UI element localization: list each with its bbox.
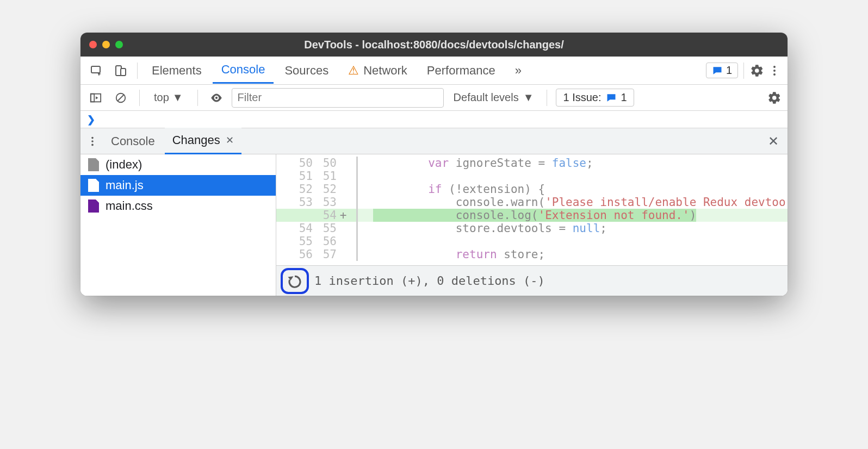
svg-line-9: [118, 95, 124, 101]
prompt-chevron-icon: ❯: [87, 114, 95, 126]
drawer-tab-changes-label: Changes: [172, 133, 220, 147]
code-content: console.warn('Please install/enable Redu…: [358, 196, 788, 209]
minimize-window-button[interactable]: [102, 41, 110, 48]
gutter: 5252: [276, 183, 358, 196]
console-prompt[interactable]: ❯: [80, 111, 788, 128]
changes-workspace: (index)main.jsmain.css 5050 var ignoreSt…: [80, 154, 788, 296]
console-toolbar: top ▼ Default levels ▼ 1 Issue: 1: [80, 85, 788, 111]
svg-point-11: [91, 136, 94, 139]
diff-line: 5353 console.warn('Please install/enable…: [276, 196, 788, 209]
gutter: 5657: [276, 248, 358, 261]
more-tabs-button[interactable]: »: [506, 58, 530, 83]
gutter: 5050: [276, 157, 358, 170]
tab-elements[interactable]: Elements: [143, 58, 210, 83]
close-window-button[interactable]: [89, 41, 97, 48]
code-content: [358, 170, 788, 183]
messages-count: 1: [726, 64, 732, 77]
close-tab-icon[interactable]: ✕: [226, 134, 234, 146]
issues-button[interactable]: 1 Issue: 1: [556, 89, 634, 107]
console-settings-icon[interactable]: [767, 90, 782, 105]
svg-point-12: [91, 140, 94, 142]
gutter: 5455: [276, 222, 358, 235]
zoom-window-button[interactable]: [115, 41, 123, 48]
drawer-kebab-icon[interactable]: [84, 134, 101, 149]
separator: [137, 63, 138, 79]
file-name-label: main.js: [106, 178, 144, 192]
diff-line: 5556: [276, 235, 788, 248]
execution-context-selector[interactable]: top ▼: [148, 89, 189, 106]
diff-line: 5252 if (!extension) {: [276, 183, 788, 196]
file-name-label: (index): [106, 158, 142, 172]
svg-point-4: [773, 70, 776, 72]
diff-line: 5151: [276, 170, 788, 183]
log-levels-selector[interactable]: Default levels ▼: [449, 91, 538, 104]
tab-console[interactable]: Console: [213, 57, 274, 84]
svg-point-5: [773, 73, 776, 76]
svg-point-13: [91, 144, 94, 146]
context-label: top: [154, 91, 169, 104]
file-icon: [88, 199, 99, 213]
diff-view: 5050 var ignoreState = false;51515252 if…: [276, 154, 788, 296]
issues-label: 1 Issue:: [563, 91, 601, 104]
file-icon: [88, 158, 99, 171]
live-expression-icon[interactable]: [207, 88, 226, 108]
clear-console-icon[interactable]: [111, 88, 131, 108]
window-title: DevTools - localhost:8080/docs/devtools/…: [80, 39, 788, 51]
code-content: if (!extension) {: [358, 183, 788, 196]
console-filter-input[interactable]: [232, 88, 444, 108]
devtools-window: DevTools - localhost:8080/docs/devtools/…: [80, 33, 788, 296]
main-tab-bar: Elements Console Sources ⚠Network Perfor…: [80, 57, 788, 85]
tab-sources[interactable]: Sources: [276, 58, 337, 83]
revert-button[interactable]: [281, 268, 309, 294]
changes-status-bar: 1 insertion (+), 0 deletions (-): [276, 265, 788, 296]
separator: [139, 90, 140, 106]
kebab-menu-icon[interactable]: [767, 63, 782, 78]
drawer-tab-bar: Console Changes ✕ ✕: [80, 128, 788, 154]
chevron-down-icon: ▼: [172, 91, 183, 104]
settings-icon[interactable]: [749, 63, 765, 78]
tab-network-label: Network: [363, 64, 407, 77]
svg-rect-7: [91, 93, 94, 102]
window-titlebar: DevTools - localhost:8080/docs/devtools/…: [80, 33, 788, 57]
separator: [743, 63, 744, 79]
issues-count: 1: [621, 91, 627, 104]
separator: [547, 90, 547, 106]
device-toolbar-icon[interactable]: [110, 61, 132, 80]
diff-line: 5050 var ignoreState = false;: [276, 157, 788, 170]
code-content: return store;: [358, 248, 788, 261]
tab-performance[interactable]: Performance: [418, 58, 504, 83]
file-row[interactable]: main.js: [80, 175, 276, 196]
close-drawer-icon[interactable]: ✕: [768, 134, 784, 149]
svg-point-10: [215, 96, 217, 98]
svg-rect-2: [121, 68, 126, 76]
file-icon: [88, 179, 99, 192]
changed-files-sidebar: (index)main.jsmain.css: [80, 154, 276, 296]
traffic-lights: [89, 41, 123, 48]
messages-badge[interactable]: 1: [706, 63, 738, 78]
toggle-sidebar-icon[interactable]: [86, 88, 106, 108]
separator: [197, 90, 198, 106]
diff-line: 54+ console.log('Extension not found.'): [276, 209, 788, 222]
drawer-tab-console[interactable]: Console: [103, 129, 163, 154]
file-name-label: main.css: [106, 199, 153, 213]
diff-line: 5455 store.devtools = null;: [276, 222, 788, 235]
svg-rect-0: [91, 66, 100, 73]
file-row[interactable]: (index): [80, 154, 276, 175]
code-content: var ignoreState = false;: [358, 157, 788, 170]
chevron-down-icon: ▼: [523, 91, 534, 104]
levels-label: Default levels: [454, 91, 519, 104]
code-content: [358, 235, 788, 248]
file-row[interactable]: main.css: [80, 196, 276, 216]
gutter: 5556: [276, 235, 358, 248]
inspect-element-icon[interactable]: [86, 61, 108, 80]
code-content: store.devtools = null;: [358, 222, 788, 235]
warning-icon: ⚠: [348, 64, 359, 77]
gutter: 5151: [276, 170, 358, 183]
changes-summary: 1 insertion (+), 0 deletions (-): [314, 274, 545, 288]
gutter: 54+: [276, 209, 358, 222]
gutter: 5353: [276, 196, 358, 209]
diff-line: 5657 return store;: [276, 248, 788, 261]
tab-network[interactable]: ⚠Network: [339, 58, 416, 83]
svg-point-3: [773, 66, 776, 68]
drawer-tab-changes[interactable]: Changes ✕: [165, 128, 241, 154]
